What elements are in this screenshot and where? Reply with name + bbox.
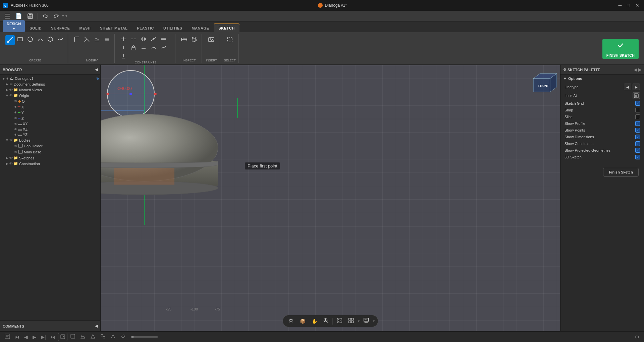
visibility-eye[interactable]: 👁 bbox=[9, 162, 13, 165]
grid-settings-button[interactable] bbox=[346, 316, 356, 326]
palette-collapse-right[interactable]: ▶ bbox=[638, 67, 641, 72]
visibility-eye[interactable]: 👁 bbox=[6, 77, 9, 81]
tree-item-named-views[interactable]: ▶ 👁 📁 Named Views bbox=[0, 87, 100, 93]
palette-collapse-left[interactable]: ◀ bbox=[634, 67, 637, 72]
tree-item-sketches[interactable]: ▶ 👁 📁 Sketches bbox=[0, 155, 100, 161]
anim-tool-3[interactable] bbox=[78, 333, 88, 341]
anim-play-button[interactable]: ▶ bbox=[31, 333, 38, 341]
tab-solid[interactable]: SOLID bbox=[25, 24, 46, 32]
options-header[interactable]: ▼ Options bbox=[563, 77, 641, 81]
tree-item-cap-holder[interactable]: 👁 Cap Holder bbox=[0, 143, 100, 149]
slice-checkbox[interactable] bbox=[635, 114, 640, 119]
show-points-checkbox[interactable] bbox=[635, 128, 640, 133]
visibility-eye[interactable]: 👁 bbox=[14, 105, 17, 109]
window-select-button[interactable] bbox=[225, 35, 234, 45]
orbit-button[interactable]: 📦 bbox=[298, 317, 308, 325]
tree-item-yz[interactable]: 👁 ▬ YZ bbox=[0, 132, 100, 137]
smooth-constraint-button[interactable] bbox=[159, 44, 168, 52]
tab-sketch[interactable]: SKETCH bbox=[214, 23, 239, 32]
anim-tool-2[interactable] bbox=[68, 333, 77, 341]
anim-tool-6[interactable] bbox=[108, 333, 118, 341]
snap-checkbox[interactable] bbox=[635, 108, 640, 112]
close-button[interactable]: ✕ bbox=[633, 2, 641, 9]
anim-prev-keyframe-button[interactable]: ⏮ bbox=[13, 333, 21, 341]
new-button[interactable]: 📄 bbox=[13, 12, 24, 20]
show-constraints-checkbox[interactable] bbox=[635, 141, 640, 146]
maximize-button[interactable]: □ bbox=[625, 2, 632, 9]
anim-tool-1[interactable] bbox=[58, 333, 67, 341]
comments-toggle[interactable]: ◀ bbox=[95, 324, 98, 328]
visibility-eye[interactable]: 👁 bbox=[14, 111, 17, 114]
line-tool-button[interactable] bbox=[5, 35, 15, 45]
dimension-button[interactable]: dim bbox=[179, 35, 189, 45]
extend-tool-button[interactable] bbox=[92, 35, 102, 44]
env-dropdown[interactable]: ▾ bbox=[373, 319, 375, 323]
tab-plastic[interactable]: PLASTIC bbox=[132, 24, 159, 32]
visibility-eye[interactable]: 👁 bbox=[14, 99, 17, 103]
arc-tool-button[interactable] bbox=[36, 35, 45, 44]
design-button[interactable]: DESIGN ▾ bbox=[3, 20, 25, 32]
display-mode-button[interactable] bbox=[335, 316, 344, 326]
zoom-button[interactable] bbox=[321, 316, 331, 326]
anim-step-back-button[interactable]: ◀ bbox=[22, 333, 30, 341]
grid-dropdown[interactable]: ▾ bbox=[358, 319, 360, 323]
fix-constraint-button[interactable] bbox=[119, 53, 128, 61]
circle-tool-button[interactable] bbox=[25, 35, 35, 44]
tree-item-o[interactable]: 👁 ◆ O bbox=[0, 98, 100, 104]
anim-step-fwd-button[interactable]: ▶| bbox=[39, 333, 48, 341]
environment-button[interactable] bbox=[362, 316, 371, 326]
show-dimensions-checkbox[interactable] bbox=[635, 135, 640, 139]
anim-sketch-select-button[interactable] bbox=[3, 333, 12, 341]
visibility-eye[interactable]: 👁 bbox=[14, 122, 17, 126]
finish-sketch-button[interactable]: FINISH SKETCH bbox=[602, 39, 639, 59]
tree-item-xy[interactable]: 👁 ▬ XY bbox=[0, 121, 100, 127]
tab-mesh[interactable]: MESH bbox=[74, 24, 95, 32]
visibility-eye[interactable]: 👁 bbox=[14, 128, 17, 131]
tree-item-origin[interactable]: ▼ 👁 📁 Origin bbox=[0, 93, 100, 98]
tree-item-x[interactable]: 👁 ━ X bbox=[0, 104, 100, 110]
collinear-constraint-button[interactable] bbox=[129, 35, 138, 43]
visibility-eye[interactable]: 👁 bbox=[9, 94, 13, 97]
visibility-eye[interactable]: 👁 bbox=[14, 116, 17, 120]
tree-item-bodies[interactable]: ▼ 👁 📁 Bodies bbox=[0, 137, 100, 143]
tree-item-z[interactable]: 👁 ━ Z bbox=[0, 115, 100, 121]
tab-sheet-metal[interactable]: SHEET METAL bbox=[95, 24, 132, 32]
visibility-eye[interactable]: 👁 bbox=[14, 133, 17, 137]
spline-tool-button[interactable] bbox=[56, 35, 65, 44]
tree-item-construction[interactable]: ▶ 👁 📁 Construction bbox=[0, 161, 100, 166]
fillet-tool-button[interactable] bbox=[72, 35, 82, 44]
tab-manage[interactable]: MANAGE bbox=[187, 24, 214, 32]
tab-surface[interactable]: SURFACE bbox=[46, 24, 74, 32]
midpoint-constraint-button[interactable] bbox=[149, 35, 158, 43]
perpendicular-constraint-button[interactable] bbox=[119, 44, 128, 52]
visibility-eye[interactable]: 👁 bbox=[9, 156, 13, 160]
visibility-eye[interactable]: 👁 bbox=[14, 150, 17, 154]
pan-button[interactable]: ✋ bbox=[310, 317, 319, 325]
equal-constraint-button[interactable] bbox=[139, 44, 148, 52]
anim-tool-5[interactable] bbox=[98, 333, 108, 341]
offset-tool-button[interactable] bbox=[102, 35, 112, 44]
3d-sketch-checkbox[interactable] bbox=[635, 155, 640, 159]
linetype-prev-button[interactable]: ◀ bbox=[624, 84, 631, 90]
save-button[interactable] bbox=[25, 12, 35, 20]
parallel-constraint-button[interactable] bbox=[159, 35, 168, 43]
tree-item-main-base[interactable]: 👁 Main Base bbox=[0, 149, 100, 155]
tangent-constraint-button[interactable] bbox=[149, 44, 158, 52]
anim-tool-4[interactable] bbox=[88, 333, 98, 341]
coincident-constraint-button[interactable] bbox=[119, 35, 128, 43]
linetype-next-button[interactable]: ▶ bbox=[633, 84, 640, 90]
anim-tool-7[interactable] bbox=[118, 333, 128, 341]
tree-item-y[interactable]: 👁 ━ Y bbox=[0, 110, 100, 115]
browser-toggle[interactable]: ◀ bbox=[95, 67, 98, 72]
tree-root[interactable]: ▼ 👁 🗂 Dianoga v1 ↻ bbox=[0, 76, 100, 81]
redo-button[interactable] bbox=[51, 13, 61, 19]
viewport[interactable]: Ø40.00 130.00 bbox=[101, 65, 560, 331]
undo-button[interactable] bbox=[41, 13, 50, 19]
minimize-button[interactable]: ─ bbox=[616, 2, 624, 9]
app-menu-button[interactable] bbox=[3, 13, 12, 19]
insert-image-button[interactable] bbox=[207, 35, 216, 45]
viewcube[interactable]: FRONT bbox=[530, 68, 557, 95]
look-at-button[interactable] bbox=[633, 92, 640, 99]
palette-finish-sketch-button[interactable]: Finish Sketch bbox=[603, 168, 639, 177]
tree-item-doc-settings[interactable]: ▶ ⚙ Document Settings bbox=[0, 81, 100, 87]
